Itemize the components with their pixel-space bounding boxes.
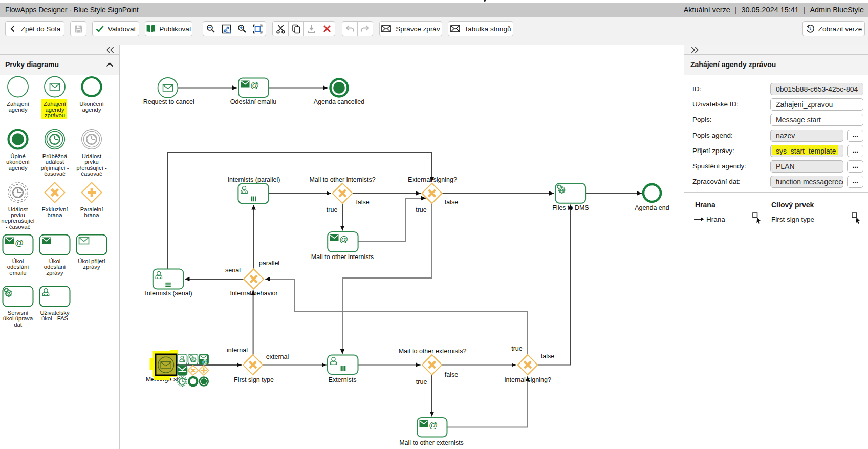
svg-text:Mail to other externists: Mail to other externists [399,439,464,446]
svg-text:@: @ [250,80,259,90]
svg-text:Agenda cancelled: Agenda cancelled [314,98,364,105]
svg-text:@: @ [339,234,348,244]
svg-text:Internal signing?: Internal signing? [504,376,551,383]
svg-text:true: true [327,206,338,213]
svg-text:Mail to other externists?: Mail to other externists? [399,348,467,355]
svg-text:Internists (serial): Internists (serial) [145,290,192,297]
svg-text:internal: internal [227,347,248,354]
svg-text:Files to DMS: Files to DMS [552,204,589,211]
svg-text:Externists: Externists [329,376,357,383]
svg-text:false: false [356,199,369,206]
svg-text:@: @ [202,358,208,365]
svg-text:false: false [445,371,458,378]
svg-text:external: external [266,353,289,360]
svg-text:Odeslání emailu: Odeslání emailu [230,98,276,105]
svg-text:Internists (parallel): Internists (parallel) [228,176,280,183]
svg-text:false: false [445,199,458,206]
svg-text:External signing?: External signing? [408,176,457,183]
svg-text:@: @ [429,420,438,430]
svg-text:true: true [416,206,427,213]
svg-text:Request to cancel: Request to cancel [143,98,194,105]
svg-text:@: @ [15,238,24,248]
svg-text:parallel: parallel [259,260,279,267]
svg-text:First sign type: First sign type [234,376,274,383]
svg-text:false: false [541,353,554,360]
svg-text:true: true [511,345,523,352]
svg-text:Agenda end: Agenda end [635,204,669,211]
svg-text:serial: serial [225,267,241,274]
svg-text:true: true [416,378,427,386]
svg-text:Mail to other internists: Mail to other internists [311,253,374,261]
svg-text:Mail to other internists?: Mail to other internists? [309,176,375,183]
svg-text:1:1: 1:1 [226,29,231,33]
svg-text:Internal behavior: Internal behavior [230,290,277,297]
